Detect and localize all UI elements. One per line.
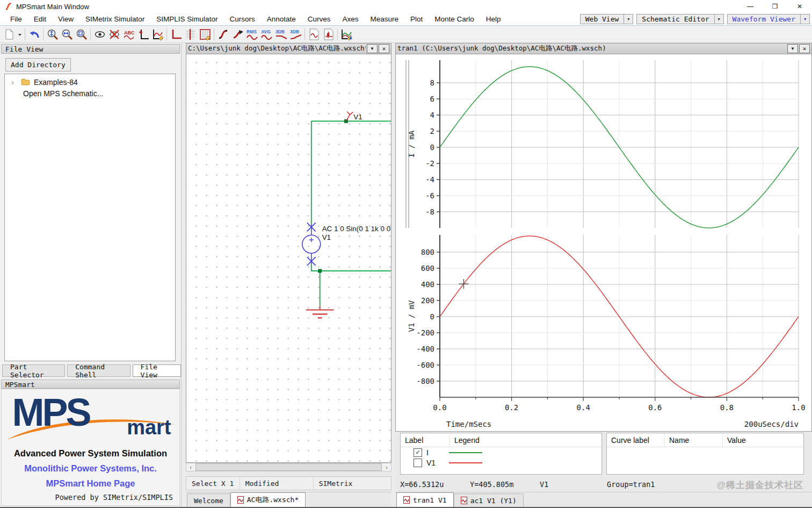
impulse-document-icon[interactable] bbox=[321, 27, 336, 41]
close-button[interactable]: ✕ bbox=[787, 0, 812, 13]
view-button-schematic-editor[interactable]: Schematic Editor▼ bbox=[636, 14, 723, 24]
restore-button[interactable]: ❐ bbox=[763, 0, 787, 13]
svg-text:200: 200 bbox=[421, 296, 434, 305]
avg-measure-icon[interactable]: AVG bbox=[259, 27, 274, 41]
status-modified: Modified bbox=[240, 477, 314, 490]
svg-text:0: 0 bbox=[430, 312, 434, 321]
scroll-right-arrow[interactable]: › bbox=[382, 463, 391, 471]
view-button-waveform-viewer[interactable]: Waveform Viewer▼ bbox=[727, 14, 810, 24]
db3-high-icon[interactable]: 3DB bbox=[288, 27, 303, 41]
splitter-left[interactable] bbox=[182, 43, 186, 507]
menu-item-edit[interactable]: Edit bbox=[28, 13, 52, 25]
edit-graph-icon[interactable] bbox=[150, 27, 165, 41]
sidebar-tab-part-selector[interactable]: Part Selector bbox=[2, 364, 65, 377]
status-simetrix: SIMetrix bbox=[314, 477, 391, 490]
legend-row-i: ✓I bbox=[401, 447, 601, 457]
legend-checkbox-v1[interactable] bbox=[414, 459, 422, 467]
svg-text:8: 8 bbox=[430, 78, 434, 87]
toolbar-separator bbox=[43, 28, 44, 40]
legend-strip: Label Legend ✓IV1 Curve labelNameValue bbox=[395, 433, 812, 478]
edit-grid-icon[interactable] bbox=[198, 27, 212, 41]
probe-label[interactable]: V1 bbox=[353, 113, 362, 121]
view-button-web-view[interactable]: Web View▼ bbox=[580, 14, 634, 24]
waveform-tab-ac1-v1-y1[interactable]: ac1 V1 (Y1) bbox=[454, 493, 524, 507]
mpsmart-logo-panel: MPS mart Advanced Power System Simulatio… bbox=[1, 389, 180, 506]
smooth-curve-icon[interactable] bbox=[216, 27, 230, 41]
tree-item-open-schematic[interactable]: Open MPS Schematic... bbox=[5, 88, 175, 99]
db3-low-icon[interactable]: 3DB bbox=[274, 27, 288, 41]
sidebar-tab-command-shell[interactable]: Command Shell bbox=[67, 364, 130, 377]
tree-expander-icon[interactable]: › bbox=[11, 78, 20, 86]
company-link[interactable]: Monolithic Power Systems, Inc. bbox=[2, 463, 179, 474]
workspace: File View Add Directory › Examples-84 Op… bbox=[0, 43, 812, 507]
menu-item-curves[interactable]: Curves bbox=[302, 13, 337, 25]
zoom-area-icon[interactable] bbox=[74, 27, 89, 41]
menu-item-file[interactable]: File bbox=[4, 13, 28, 25]
rms-measure-icon[interactable]: RMS bbox=[245, 27, 259, 41]
select-curve-icon[interactable] bbox=[230, 27, 245, 41]
schematic-tab-ac-wxsch[interactable]: AC电路.wxsch* bbox=[230, 492, 306, 507]
menu-item-plot[interactable]: Plot bbox=[404, 13, 429, 25]
wire-bottom[interactable] bbox=[311, 264, 391, 271]
waveform-title-bar: tran1 (C:\Users\junk dog\Desktop\AC电路\AC… bbox=[395, 43, 812, 54]
menu-item-axes[interactable]: Axes bbox=[336, 13, 364, 25]
new-document-icon[interactable] bbox=[2, 27, 16, 41]
svg-text:0.2: 0.2 bbox=[505, 403, 518, 412]
view-button-label: Schematic Editor bbox=[636, 14, 714, 24]
waveform-menu-caret[interactable]: ▼ bbox=[787, 44, 798, 53]
svg-text:4: 4 bbox=[430, 111, 434, 119]
vertical-cursor-icon[interactable] bbox=[183, 27, 198, 41]
undo-icon[interactable] bbox=[27, 27, 41, 41]
menu-item-cursors[interactable]: Cursors bbox=[223, 13, 260, 25]
scroll-left-arrow[interactable]: ‹ bbox=[186, 463, 195, 471]
tree-item-examples[interactable]: › Examples-84 bbox=[5, 76, 175, 88]
waveform-doc-icon bbox=[403, 496, 410, 504]
source-value-label[interactable]: AC 1 0 Sin(0 1 1k 0 0 ( bbox=[322, 225, 391, 233]
waveform-plots: 86420-2-4-6-8I / mA8006004002000-200-400… bbox=[396, 54, 811, 431]
scroll-thumb[interactable] bbox=[195, 463, 382, 471]
new-document-caret-icon[interactable] bbox=[16, 27, 23, 41]
zoom-x-axis-icon[interactable] bbox=[60, 27, 74, 41]
chevron-down-icon[interactable]: ▼ bbox=[801, 14, 810, 24]
waveform-tab-tran1-v1[interactable]: tran1 V1 bbox=[396, 492, 454, 507]
add-directory-button[interactable]: Add Directory bbox=[5, 58, 71, 71]
sidebar-tab-file-view[interactable]: File View bbox=[133, 364, 181, 377]
svg-text:0.4: 0.4 bbox=[577, 403, 590, 412]
hide-probe-icon[interactable] bbox=[107, 27, 121, 41]
add-axis-icon[interactable] bbox=[136, 27, 150, 41]
menu-item-measure[interactable]: Measure bbox=[364, 13, 404, 25]
schematic-canvas[interactable]: V1 AC 1 0 Sin(0 1 1k 0 0 ( V1 bbox=[186, 54, 392, 463]
legend-table: Label Legend ✓IV1 bbox=[400, 433, 602, 475]
menu-bar-items: FileEditViewSIMetrix SimulatorSIMPLIS Si… bbox=[4, 13, 507, 25]
menu-item-simetrix-simulator[interactable]: SIMetrix Simulator bbox=[79, 13, 150, 25]
menu-item-help[interactable]: Help bbox=[480, 13, 507, 25]
show-axes-icon[interactable] bbox=[169, 27, 183, 41]
schematic-tab-welcome[interactable]: Welcome bbox=[187, 493, 230, 507]
chevron-down-icon[interactable]: ▼ bbox=[715, 14, 724, 24]
source-name-label[interactable]: V1 bbox=[322, 233, 331, 241]
annotate-label-icon[interactable]: ABC bbox=[121, 27, 136, 41]
ground-symbol[interactable] bbox=[306, 310, 334, 318]
voltage-probe-icon[interactable] bbox=[346, 111, 353, 121]
menu-item-simplis-simulator[interactable]: SIMPLIS Simulator bbox=[150, 13, 223, 25]
menu-item-view[interactable]: View bbox=[52, 13, 79, 25]
schematic-tabs: WelcomeAC电路.wxsch* bbox=[186, 492, 392, 507]
home-page-link[interactable]: MPSmart Home Page bbox=[2, 478, 179, 489]
legend-label: V1 bbox=[426, 459, 449, 467]
show-probe-icon[interactable] bbox=[92, 27, 107, 41]
waveform-title: tran1 (C:\Users\junk dog\Desktop\AC电路\AC… bbox=[397, 44, 786, 53]
waveform-close-button[interactable]: ✕ bbox=[799, 44, 810, 53]
schematic-menu-caret[interactable]: ▼ bbox=[367, 44, 378, 53]
graph-settings-icon[interactable] bbox=[339, 27, 354, 41]
menu-item-annotate[interactable]: Annotate bbox=[261, 13, 302, 25]
schematic-close-button[interactable]: ✕ bbox=[379, 44, 389, 53]
plot-document-icon[interactable] bbox=[307, 27, 321, 41]
legend-checkbox-i[interactable]: ✓ bbox=[414, 448, 422, 457]
minimize-button[interactable]: — bbox=[738, 0, 763, 13]
waveform-plot-region[interactable]: 86420-2-4-6-8I / mA8006004002000-200-400… bbox=[395, 54, 812, 432]
zoom-y-axis-icon[interactable] bbox=[45, 27, 60, 41]
app-logo-icon bbox=[4, 2, 13, 11]
schematic-title-bar: C:\Users\junk dog\Desktop\AC电路\AC电路.wxsc… bbox=[186, 43, 392, 54]
menu-item-monte-carlo[interactable]: Monte Carlo bbox=[429, 13, 480, 25]
chevron-down-icon[interactable]: ▼ bbox=[624, 14, 633, 24]
